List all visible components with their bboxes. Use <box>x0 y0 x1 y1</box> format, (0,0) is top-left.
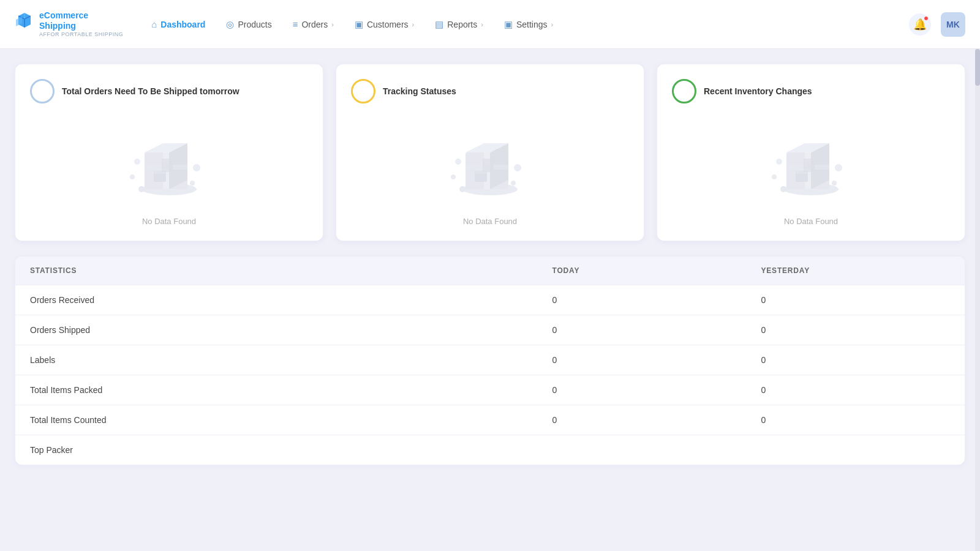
stats-row: Total Items Packed00 <box>15 375 965 405</box>
svg-point-24 <box>459 186 466 192</box>
stats-row: Orders Shipped00 <box>15 315 965 345</box>
products-icon: ◎ <box>226 19 234 30</box>
svg-point-37 <box>832 181 837 186</box>
reports-chevron: › <box>481 21 483 28</box>
col-statistics: STATISTICS <box>15 257 538 285</box>
svg-point-34 <box>776 159 782 165</box>
stat-today: 0 <box>538 315 747 345</box>
customers-chevron: › <box>412 21 415 28</box>
scrollbar[interactable] <box>975 49 980 551</box>
logo-sub: AFFOR PORTABLE SHIPPING <box>39 31 123 38</box>
svg-point-35 <box>772 174 777 179</box>
stats-section: STATISTICS TODAY YESTERDAY Orders Receiv… <box>15 256 965 465</box>
col-yesterday: YESTERDAY <box>747 257 965 285</box>
stats-header-row: STATISTICS TODAY YESTERDAY <box>15 257 965 285</box>
notification-bell[interactable]: 🔔 <box>909 13 931 36</box>
nav-customers[interactable]: ▣ Customers › <box>346 14 423 35</box>
svg-rect-41 <box>804 159 815 172</box>
stat-today <box>538 435 747 465</box>
svg-point-8 <box>193 164 200 171</box>
cards-row: Total Orders Need To Be Shipped tomorrow <box>15 64 965 241</box>
svg-point-6 <box>134 159 140 165</box>
stats-row: Total Items Counted00 <box>15 405 965 435</box>
stats-row: Labels00 <box>15 345 965 375</box>
orders-chevron: › <box>331 21 334 28</box>
header-right: 🔔 MK <box>909 12 965 37</box>
stat-yesterday: 0 <box>747 375 965 405</box>
no-data-inventory: No Data Found <box>784 217 838 226</box>
stats-table: STATISTICS TODAY YESTERDAY Orders Receiv… <box>15 257 965 465</box>
card-body-tracking: No Data Found <box>441 116 539 228</box>
stat-today: 0 <box>538 405 747 435</box>
home-icon: ⌂ <box>151 19 157 29</box>
svg-rect-27 <box>483 159 494 172</box>
stat-label: Orders Shipped <box>15 315 538 345</box>
no-data-tracking: No Data Found <box>463 217 517 226</box>
svg-point-22 <box>514 164 521 171</box>
settings-icon: ▣ <box>504 19 513 30</box>
orders-illustration <box>120 119 218 204</box>
card-body-inventory: No Data Found <box>762 116 860 228</box>
stat-yesterday: 0 <box>747 315 965 345</box>
svg-point-9 <box>190 181 195 186</box>
main-content: Total Orders Need To Be Shipped tomorrow <box>0 49 980 480</box>
customers-icon: ▣ <box>355 19 363 30</box>
status-ring-yellow <box>351 79 375 103</box>
stat-yesterday: 0 <box>747 405 965 435</box>
logo[interactable]: eCommerceShipping AFFOR PORTABLE SHIPPIN… <box>15 10 123 37</box>
nav-orders[interactable]: ≡ Orders › <box>284 14 342 34</box>
svg-point-21 <box>451 174 456 179</box>
stat-label: Labels <box>15 345 538 375</box>
user-avatar[interactable]: MK <box>941 12 965 37</box>
nav-reports[interactable]: ▤ Reports › <box>426 14 492 35</box>
stat-label: Total Items Packed <box>15 375 538 405</box>
stats-table-body: Orders Received00Orders Shipped00Labels0… <box>15 285 965 465</box>
svg-point-36 <box>835 164 842 171</box>
svg-point-7 <box>130 174 135 179</box>
card-title-inventory: Recent Inventory Changes <box>704 86 812 96</box>
scroll-thumb[interactable] <box>975 49 980 86</box>
logo-text: eCommerceShipping AFFOR PORTABLE SHIPPIN… <box>39 10 123 37</box>
card-inventory: Recent Inventory Changes <box>657 64 965 241</box>
svg-point-20 <box>455 159 461 165</box>
inventory-illustration <box>762 119 860 204</box>
card-header-tracking: Tracking Statuses <box>351 79 629 103</box>
stat-label: Top Packer <box>15 435 538 465</box>
col-today: TODAY <box>538 257 747 285</box>
settings-chevron: › <box>551 21 554 28</box>
nav-products[interactable]: ◎ Products <box>217 14 280 35</box>
svg-point-38 <box>780 186 786 192</box>
stat-label: Total Items Counted <box>15 405 538 435</box>
logo-icon <box>15 11 34 37</box>
card-orders-to-ship: Total Orders Need To Be Shipped tomorrow <box>15 64 323 241</box>
logo-brand: eCommerceShipping <box>39 10 123 31</box>
status-ring-blue <box>30 79 55 103</box>
reports-icon: ▤ <box>435 19 443 30</box>
stat-today: 0 <box>538 285 747 315</box>
stats-table-head: STATISTICS TODAY YESTERDAY <box>15 257 965 285</box>
stat-today: 0 <box>538 375 747 405</box>
card-header-inventory: Recent Inventory Changes <box>672 79 950 103</box>
notification-badge <box>924 16 929 21</box>
stats-row: Orders Received00 <box>15 285 965 315</box>
card-header-orders: Total Orders Need To Be Shipped tomorrow <box>30 79 308 103</box>
stat-label: Orders Received <box>15 285 538 315</box>
card-tracking: Tracking Statuses <box>336 64 644 241</box>
header: eCommerceShipping AFFOR PORTABLE SHIPPIN… <box>0 0 980 49</box>
stat-today: 0 <box>538 345 747 375</box>
svg-point-10 <box>138 186 145 192</box>
nav-dashboard[interactable]: ⌂ Dashboard <box>143 14 214 34</box>
svg-point-23 <box>511 181 516 186</box>
status-ring-green <box>672 79 696 103</box>
card-title-tracking: Tracking Statuses <box>383 86 456 96</box>
stat-yesterday: 0 <box>747 285 965 315</box>
stat-yesterday <box>747 435 965 465</box>
orders-icon: ≡ <box>293 19 298 29</box>
card-title-orders: Total Orders Need To Be Shipped tomorrow <box>62 86 239 96</box>
stats-row: Top Packer <box>15 435 965 465</box>
nav-settings[interactable]: ▣ Settings › <box>496 14 562 35</box>
tracking-illustration <box>441 119 539 204</box>
svg-rect-13 <box>162 159 173 172</box>
no-data-orders: No Data Found <box>142 217 196 226</box>
main-nav: ⌂ Dashboard ◎ Products ≡ Orders › ▣ Cust… <box>143 14 909 35</box>
